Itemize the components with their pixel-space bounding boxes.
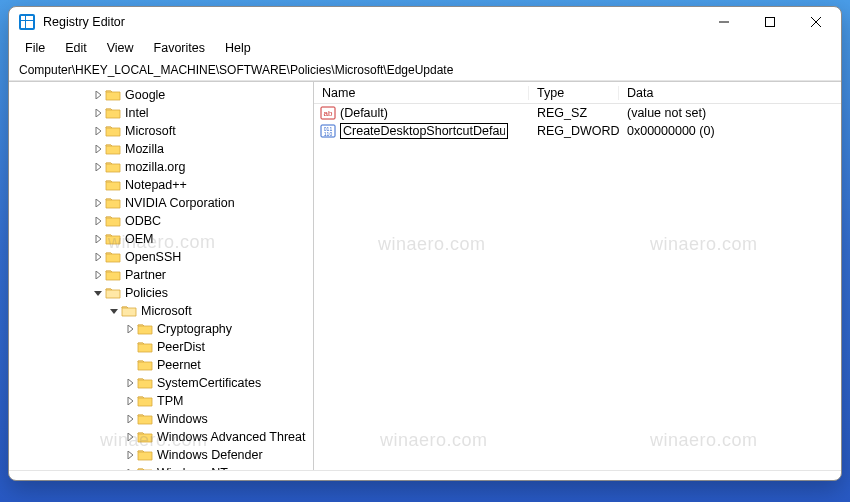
svg-rect-2 — [26, 16, 33, 20]
chevron-right-icon[interactable] — [123, 412, 137, 426]
chevron-right-icon[interactable] — [91, 124, 105, 138]
chevron-right-icon[interactable] — [123, 322, 137, 336]
tree-item-systemcertificates[interactable]: SystemCertificates — [9, 374, 313, 392]
tree-item-tpm[interactable]: TPM — [9, 392, 313, 410]
tree-label: Google — [125, 88, 165, 102]
tree-item-windows-defender[interactable]: Windows Defender — [9, 446, 313, 464]
folder-icon — [105, 268, 121, 282]
close-button[interactable] — [793, 7, 839, 37]
svg-text:110: 110 — [324, 131, 333, 137]
minimize-button[interactable] — [701, 7, 747, 37]
no-expander — [123, 358, 137, 372]
tree-item-windows[interactable]: Windows — [9, 410, 313, 428]
value-name: (Default) — [340, 106, 388, 120]
tree-label: Mozilla — [125, 142, 164, 156]
tree-item-policies[interactable]: Policies — [9, 284, 313, 302]
tree-item-microsoft[interactable]: Microsoft — [9, 302, 313, 320]
svg-rect-1 — [21, 16, 25, 20]
folder-icon — [105, 196, 121, 210]
menu-edit[interactable]: Edit — [57, 39, 95, 57]
chevron-right-icon[interactable] — [91, 268, 105, 282]
folder-icon — [105, 142, 121, 156]
tree-item-nvidia-corporation[interactable]: NVIDIA Corporation — [9, 194, 313, 212]
column-header-name[interactable]: Name — [314, 86, 529, 100]
chevron-right-icon[interactable] — [123, 430, 137, 444]
folder-icon — [105, 250, 121, 264]
menubar: File Edit View Favorites Help — [9, 37, 841, 59]
folder-icon — [105, 124, 121, 138]
folder-icon — [105, 286, 121, 300]
folder-icon — [121, 304, 137, 318]
maximize-button[interactable] — [747, 7, 793, 37]
chevron-right-icon[interactable] — [91, 106, 105, 120]
value-type: REG_DWORD — [529, 124, 619, 138]
tree-label: mozilla.org — [125, 160, 185, 174]
registry-tree[interactable]: GoogleIntelMicrosoftMozillamozilla.orgNo… — [9, 82, 313, 470]
menu-file[interactable]: File — [17, 39, 53, 57]
chevron-right-icon[interactable] — [91, 250, 105, 264]
folder-icon — [137, 412, 153, 426]
content-area: GoogleIntelMicrosoftMozillamozilla.orgNo… — [9, 81, 841, 470]
chevron-right-icon[interactable] — [123, 466, 137, 470]
svg-rect-4 — [26, 21, 33, 28]
tree-item-windows-nt[interactable]: Windows NT — [9, 464, 313, 470]
column-header-data[interactable]: Data — [619, 86, 841, 100]
tree-label: NVIDIA Corporation — [125, 196, 235, 210]
tree-label: Partner — [125, 268, 166, 282]
address-bar[interactable]: Computer\HKEY_LOCAL_MACHINE\SOFTWARE\Pol… — [9, 59, 841, 81]
chevron-right-icon[interactable] — [123, 376, 137, 390]
chevron-right-icon[interactable] — [91, 232, 105, 246]
svg-rect-6 — [766, 18, 775, 27]
chevron-down-icon[interactable] — [107, 304, 121, 318]
tree-pane: GoogleIntelMicrosoftMozillamozilla.orgNo… — [9, 82, 314, 470]
tree-item-mozilla[interactable]: Mozilla — [9, 140, 313, 158]
tree-item-odbc[interactable]: ODBC — [9, 212, 313, 230]
column-header-type[interactable]: Type — [529, 86, 619, 100]
tree-label: Windows Advanced Threat Protecti — [157, 430, 307, 444]
tree-item-mozilla-org[interactable]: mozilla.org — [9, 158, 313, 176]
tree-item-google[interactable]: Google — [9, 86, 313, 104]
folder-icon — [105, 160, 121, 174]
tree-item-notepad-[interactable]: Notepad++ — [9, 176, 313, 194]
list-body[interactable]: ab(Default)REG_SZ(value not set)011110RE… — [314, 104, 841, 470]
address-text: Computer\HKEY_LOCAL_MACHINE\SOFTWARE\Pol… — [19, 63, 453, 77]
tree-item-peerdist[interactable]: PeerDist — [9, 338, 313, 356]
tree-label: Cryptography — [157, 322, 232, 336]
titlebar: Registry Editor — [9, 7, 841, 37]
menu-favorites[interactable]: Favorites — [146, 39, 213, 57]
chevron-right-icon[interactable] — [123, 394, 137, 408]
no-expander — [91, 178, 105, 192]
tree-item-partner[interactable]: Partner — [9, 266, 313, 284]
chevron-right-icon[interactable] — [123, 448, 137, 462]
chevron-right-icon[interactable] — [91, 88, 105, 102]
folder-icon — [105, 232, 121, 246]
tree-item-intel[interactable]: Intel — [9, 104, 313, 122]
folder-icon — [137, 322, 153, 336]
value-name-edit[interactable] — [340, 123, 508, 139]
chevron-right-icon[interactable] — [91, 214, 105, 228]
chevron-right-icon[interactable] — [91, 160, 105, 174]
menu-help[interactable]: Help — [217, 39, 259, 57]
tree-item-openssh[interactable]: OpenSSH — [9, 248, 313, 266]
folder-icon — [137, 448, 153, 462]
tree-item-oem[interactable]: OEM — [9, 230, 313, 248]
tree-label: Windows Defender — [157, 448, 263, 462]
dword-value-icon: 011110 — [320, 124, 336, 138]
svg-rect-3 — [21, 21, 25, 28]
svg-text:ab: ab — [324, 109, 333, 118]
tree-item-microsoft[interactable]: Microsoft — [9, 122, 313, 140]
tree-item-windows-advanced-threat-protecti[interactable]: Windows Advanced Threat Protecti — [9, 428, 313, 446]
folder-icon — [105, 178, 121, 192]
tree-label: PeerDist — [157, 340, 205, 354]
chevron-right-icon[interactable] — [91, 142, 105, 156]
tree-item-cryptography[interactable]: Cryptography — [9, 320, 313, 338]
value-row[interactable]: 011110REG_DWORD0x00000000 (0) — [314, 122, 841, 140]
chevron-right-icon[interactable] — [91, 196, 105, 210]
chevron-down-icon[interactable] — [91, 286, 105, 300]
folder-icon — [137, 394, 153, 408]
tree-label: Windows — [157, 412, 208, 426]
menu-view[interactable]: View — [99, 39, 142, 57]
tree-label: OEM — [125, 232, 153, 246]
value-row[interactable]: ab(Default)REG_SZ(value not set) — [314, 104, 841, 122]
tree-item-peernet[interactable]: Peernet — [9, 356, 313, 374]
